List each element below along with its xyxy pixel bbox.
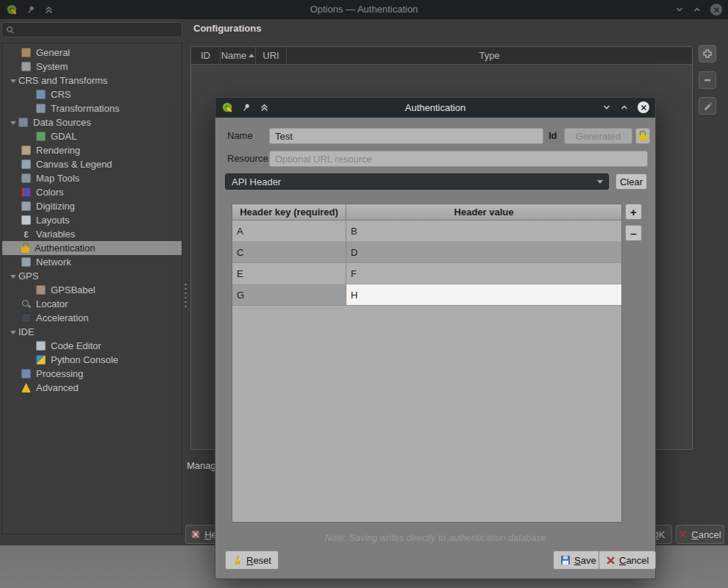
save-button[interactable]: Save: [553, 551, 604, 570]
resource-label: Resource: [227, 151, 268, 167]
chevron-expanded-icon[interactable]: [8, 118, 18, 128]
chevron-expanded-icon[interactable]: [8, 76, 18, 86]
sidebar-item-colors[interactable]: Colors: [2, 185, 182, 199]
remove-header-button[interactable]: –: [625, 225, 642, 241]
add-config-button[interactable]: [699, 45, 716, 62]
chevron-expanded-icon[interactable]: [8, 327, 18, 337]
column-header-uri[interactable]: URI: [256, 47, 287, 64]
clear-button[interactable]: Clear: [615, 173, 647, 190]
auth-method-select[interactable]: API Header: [225, 173, 609, 190]
sidebar-item-variables[interactable]: εVariables: [2, 227, 182, 241]
header-value-cell[interactable]: F: [346, 263, 621, 284]
column-header-value[interactable]: Header value: [346, 204, 621, 220]
broom-icon: [232, 555, 243, 565]
dropdown-arrow-icon: [597, 180, 603, 187]
save-button-label: Save: [574, 555, 596, 566]
header-key-cell[interactable]: E: [232, 263, 346, 284]
close-icon[interactable]: [710, 4, 722, 15]
column-header-id[interactable]: ID: [191, 47, 221, 64]
pin-icon[interactable]: [240, 101, 253, 114]
sidebar-item-acceleration[interactable]: Acceleration: [2, 311, 182, 325]
authentication-dialog: Authentication Name Id: [215, 97, 656, 579]
pin-icon[interactable]: [25, 4, 38, 16]
header-table-body[interactable]: ABCDEFGH: [232, 220, 621, 306]
sidebar-item-transformations[interactable]: Transformations: [2, 101, 182, 115]
configurations-table-header[interactable]: ID Name URI Type: [191, 47, 692, 65]
header-value-cell[interactable]: B: [346, 220, 621, 242]
header-table-header: Header key (required) Header value: [232, 204, 621, 220]
chip-icon: [21, 313, 31, 323]
sidebar-item-ide[interactable]: IDE: [2, 325, 182, 339]
column-header-name[interactable]: Name: [221, 47, 256, 64]
sidebar-item-locator[interactable]: Locator: [2, 297, 182, 311]
sidebar-item-processing[interactable]: Processing: [2, 367, 182, 381]
sidebar-item-rendering[interactable]: Rendering: [2, 143, 182, 157]
sidebar-search[interactable]: [1, 22, 182, 37]
sidebar-item-code-editor[interactable]: Code Editor: [2, 339, 182, 353]
chevron-up-icon[interactable]: [693, 5, 702, 14]
sidebar-item-digitizing[interactable]: Digitizing: [2, 199, 182, 213]
remove-header-label: –: [630, 228, 636, 239]
sidebar-item-general[interactable]: General: [2, 46, 182, 60]
close-icon[interactable]: [638, 101, 649, 113]
column-header-key[interactable]: Header key (required): [232, 204, 346, 220]
sidebar-item-label: Advanced: [36, 382, 79, 393]
layouts-icon: [21, 215, 31, 225]
python-icon: [36, 355, 46, 365]
header-row: EF: [232, 263, 621, 284]
sidebar-item-advanced[interactable]: Advanced: [2, 381, 182, 395]
table-icon: [18, 118, 28, 127]
sidebar-item-layouts[interactable]: Layouts: [2, 213, 182, 227]
header-key-cell[interactable]: C: [232, 242, 346, 263]
sidebar-item-map-tools[interactable]: Map Tools: [2, 171, 182, 185]
chevron-down-icon[interactable]: [675, 5, 684, 14]
splitter-handle[interactable]: [185, 284, 187, 309]
sidebar-item-label: Processing: [36, 368, 83, 379]
sidebar-item-label: CRS and Transforms: [18, 75, 107, 86]
warning-icon: [21, 383, 31, 392]
dialog-body: Name Id Resource API Header Clear Header: [215, 118, 655, 578]
sidebar-item-crs-and-transforms[interactable]: CRS and Transforms: [2, 74, 182, 87]
sidebar-item-label: Python Console: [51, 354, 118, 365]
sidebar-item-gpsbabel[interactable]: GPSBabel: [2, 283, 182, 297]
header-key-cell[interactable]: A: [232, 220, 346, 242]
remove-config-button[interactable]: [699, 71, 716, 89]
resource-field[interactable]: [269, 151, 648, 167]
sidebar-item-gps[interactable]: GPS: [2, 269, 182, 283]
sidebar-item-label: General: [36, 47, 70, 58]
chevron-down-icon[interactable]: [602, 103, 611, 112]
chevron-up-icon[interactable]: [620, 103, 629, 112]
reset-button-label: Reset: [246, 555, 271, 566]
sidebar-item-gdal[interactable]: GDAL: [2, 129, 182, 143]
dialog-cancel-button[interactable]: Cancel: [599, 551, 656, 570]
chevron-expanded-icon[interactable]: [8, 271, 18, 282]
sidebar-item-label: IDE: [18, 326, 35, 337]
sidebar-item-label: Layouts: [36, 215, 70, 226]
edit-config-button[interactable]: [699, 97, 716, 115]
options-tree[interactable]: GeneralSystemCRS and TransformsCRSTransf…: [1, 43, 182, 534]
name-field[interactable]: [269, 128, 543, 144]
sidebar-item-python-console[interactable]: Python Console: [2, 353, 182, 367]
sidebar-item-canvas-legend[interactable]: Canvas & Legend: [2, 157, 182, 171]
header-value-cell[interactable]: H: [346, 284, 621, 306]
id-lock-button[interactable]: [635, 128, 650, 144]
reset-button[interactable]: Reset: [225, 551, 279, 570]
double-chevron-up-icon[interactable]: [260, 103, 269, 112]
double-chevron-up-icon[interactable]: [44, 5, 54, 15]
sidebar-item-data-sources[interactable]: Data Sources: [2, 115, 182, 129]
add-header-button[interactable]: +: [625, 204, 642, 220]
sidebar-item-network[interactable]: Network: [2, 255, 182, 269]
lock-icon: [639, 135, 647, 140]
column-header-type[interactable]: Type: [287, 47, 692, 64]
dialog-titlebar[interactable]: Authentication: [215, 98, 655, 118]
sidebar-item-crs[interactable]: CRS: [2, 87, 182, 101]
sidebar-item-system[interactable]: System: [2, 60, 182, 74]
options-titlebar[interactable]: Options — Authentication: [0, 0, 728, 19]
header-table[interactable]: Header key (required) Header value ABCDE…: [232, 204, 622, 523]
search-input[interactable]: [18, 24, 178, 36]
header-key-cell[interactable]: G: [232, 284, 346, 306]
header-value-cell[interactable]: D: [346, 242, 621, 263]
sidebar-item-authentication[interactable]: Authentication: [2, 241, 182, 255]
transform-globe-icon: [36, 104, 46, 113]
cancel-button[interactable]: Cancel: [676, 525, 724, 544]
